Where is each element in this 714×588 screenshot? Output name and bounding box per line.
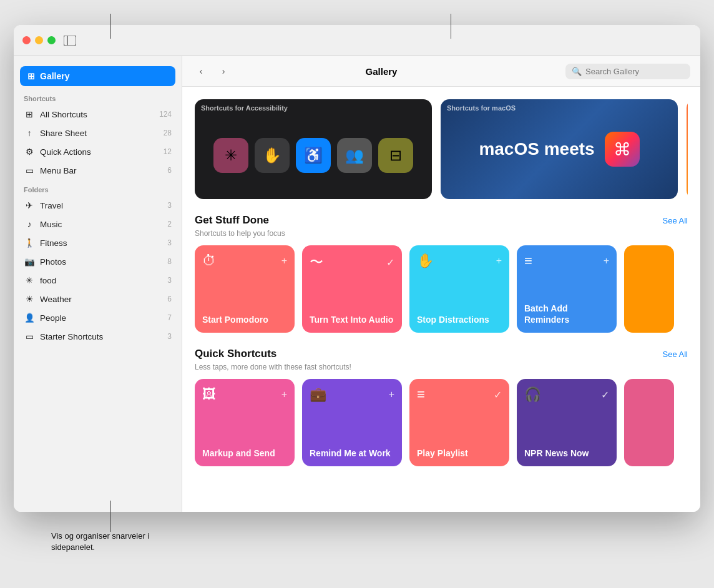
sidebar-item-food[interactable]: ✳ food 3 [14,271,182,290]
markup-title: Markup and Send [202,448,287,459]
weather-icon: ☀ [24,293,35,305]
travel-label: Travel [40,201,162,210]
sidebar: ⊞ Gallery Shortcuts ⊞ All Shortcuts 124 … [14,25,182,512]
get-stuff-done-title: Get Stuff Done [195,214,269,227]
stop-icon: ✋ [417,253,434,269]
quick-shortcuts-header: Quick Shortcuts See All [195,348,688,360]
accessibility-label: Shortcuts for Accessibility [201,104,288,112]
get-stuff-done-see-all[interactable]: See All [663,216,688,225]
sidebar-item-weather[interactable]: ☀ Weather 6 [14,290,182,308]
weather-label: Weather [40,295,162,304]
accessibility-icons: ✳ ✋ ♿ 👥 ⊟ [213,138,413,173]
main-content: ‹ › Gallery 🔍 Shortcuts for Accessibilit… [182,25,700,512]
sidebar-toggle-button[interactable] [63,35,77,46]
work-title: Remind Me at Work [310,448,394,459]
app-window: ⊞ Gallery Shortcuts ⊞ All Shortcuts 124 … [14,25,700,512]
fitness-label: Fitness [40,238,162,248]
svg-rect-0 [64,36,76,46]
accessibility-icon-1: ✳ [213,138,248,173]
travel-icon: ✈ [24,200,35,211]
main-toolbar: ‹ › Gallery 🔍 [182,56,700,87]
featured-card-partial [687,99,688,199]
card-npr-news[interactable]: 🎧 ✓ NPR News Now [517,379,617,466]
sidebar-item-photos[interactable]: 📷 Photos 8 [14,252,182,271]
sidebar-item-quick-actions[interactable]: ⚙ Quick Actions 12 [14,142,182,161]
share-sheet-icon: ↑ [24,127,35,139]
card-turn-text-audio[interactable]: 〜 ✓ Turn Text Into Audio [302,245,402,333]
sidebar-item-starter-shortcuts[interactable]: ▭ Starter Shortcuts 3 [14,327,182,346]
search-input[interactable] [585,67,684,76]
people-icon: 👤 [24,312,35,323]
macos-meets-text: macOS meets [479,139,594,159]
sidebar-item-all-shortcuts[interactable]: ⊞ All Shortcuts 124 [14,105,182,124]
featured-card-accessibility[interactable]: Shortcuts for Accessibility ✳ ✋ ♿ 👥 ⊟ [195,99,432,199]
reminders-title: Batch Add Reminders [524,303,609,325]
quick-actions-icon: ⚙ [24,146,35,157]
music-count: 2 [167,220,172,228]
search-box: 🔍 [565,64,690,79]
pomodoro-action: + [281,255,287,267]
card-markup-send[interactable]: 🖼 + Markup and Send [195,379,295,466]
card-batch-add-reminders[interactable]: ≡ + Batch Add Reminders [517,245,617,333]
card-partial-pink2 [624,379,674,466]
quick-shortcuts-see-all[interactable]: See All [663,350,688,359]
card-remind-work[interactable]: 💼 + Remind Me at Work [302,379,402,466]
quick-shortcuts-title: Quick Shortcuts [195,348,276,360]
audio-icon: 〜 [310,253,323,272]
close-button[interactable] [22,36,31,44]
shortcuts-logo: ⌘ [605,132,640,167]
audio-action: ✓ [386,257,394,268]
card-start-pomodoro[interactable]: ⏱ + Start Pomodoro [195,245,295,333]
all-shortcuts-icon: ⊞ [24,109,35,120]
weather-count: 6 [167,295,172,303]
shortcuts-section-label: Shortcuts [14,89,182,105]
stop-action: + [496,255,502,267]
featured-row: Shortcuts for Accessibility ✳ ✋ ♿ 👥 ⊟ Sh… [195,99,688,199]
starter-shortcuts-icon: ▭ [24,331,35,342]
food-icon: ✳ [24,275,35,286]
sidebar-item-fitness[interactable]: 🚶 Fitness 3 [14,233,182,252]
menu-bar-label: Menu Bar [40,166,162,175]
callout-line-left [110,14,111,39]
all-shortcuts-count: 124 [159,110,172,119]
work-icon: 💼 [310,386,326,403]
macos-label: Shortcuts for macOS [447,104,516,112]
people-count: 7 [167,313,172,322]
quick-actions-count: 12 [164,147,172,156]
featured-card-macos[interactable]: Shortcuts for macOS macOS meets ⌘ [441,99,678,199]
sidebar-item-travel[interactable]: ✈ Travel 3 [14,196,182,215]
accessibility-icon-3: ♿ [296,138,331,173]
quick-actions-label: Quick Actions [40,147,159,157]
food-count: 3 [167,276,172,285]
music-icon: ♪ [24,218,35,230]
sidebar-item-gallery[interactable]: ⊞ Gallery [20,66,175,86]
card-stop-distractions[interactable]: ✋ + Stop Distractions [409,245,509,333]
photos-label: Photos [40,257,162,267]
card-partial-orange [624,245,674,333]
sidebar-item-music[interactable]: ♪ Music 2 [14,215,182,233]
photos-icon: 📷 [24,256,35,267]
minimize-button[interactable] [35,36,43,44]
sidebar-item-menu-bar[interactable]: ▭ Menu Bar 6 [14,161,182,180]
toolbar-title: Gallery [202,66,560,77]
accessibility-icon-5: ⊟ [378,138,413,173]
get-stuff-done-subtitle: Shortcuts to help you focus [195,229,688,238]
fullscreen-button[interactable] [47,36,56,44]
audio-title: Turn Text Into Audio [310,314,394,325]
people-label: People [40,313,162,323]
quick-shortcuts-subtitle: Less taps, more done with these fast sho… [195,363,688,371]
quick-shortcuts-cards: 🖼 + Markup and Send 💼 + Remind Me at Wor… [195,379,688,466]
folders-section-label: Folders [14,180,182,196]
reminders-action: + [604,255,609,267]
card-play-playlist[interactable]: ≡ ✓ Play Playlist [409,379,509,466]
callout-line-bottom [110,501,111,532]
pomodoro-title: Start Pomodoro [202,314,287,325]
npr-action: ✓ [601,389,609,401]
travel-count: 3 [167,201,172,210]
menu-bar-count: 6 [167,166,172,175]
sidebar-item-share-sheet[interactable]: ↑ Share Sheet 28 [14,124,182,142]
playlist-icon: ≡ [417,386,425,403]
search-icon: 🔍 [572,67,582,76]
sidebar-item-people[interactable]: 👤 People 7 [14,308,182,327]
npr-title: NPR News Now [524,448,609,459]
